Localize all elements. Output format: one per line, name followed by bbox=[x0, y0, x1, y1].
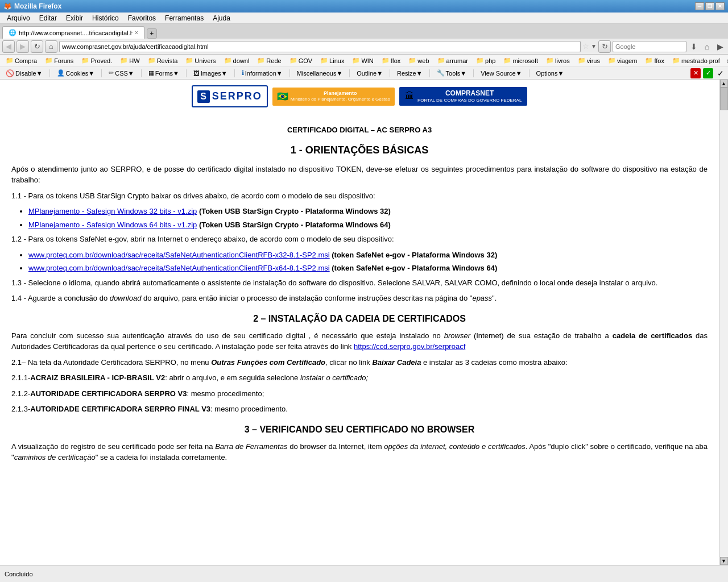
link2[interactable]: MPlanejamento - Safesign Windows 64 bits… bbox=[28, 221, 197, 229]
wd-cookies-button[interactable]: 👤 Cookies▼ bbox=[53, 68, 98, 78]
bookmark-ffox2[interactable]: 📁ffox bbox=[642, 56, 668, 65]
serpro-s-logo: S bbox=[197, 90, 210, 103]
bookmark-revista[interactable]: 📁Revista bbox=[144, 56, 181, 65]
bookmark-mestrado[interactable]: 📁mestrado prof bbox=[669, 56, 723, 65]
p2-intro: Para concluir com sucesso sua autenticaç… bbox=[11, 330, 708, 352]
serpro-name: SERPRO bbox=[212, 89, 262, 104]
menu-arquivo[interactable]: Arquivo bbox=[2, 13, 35, 23]
bookmark-viagem[interactable]: 📁viagem bbox=[605, 56, 640, 65]
p12-text: 1.2 - Para os tokens SafeNet e-gov, abri… bbox=[11, 234, 708, 245]
home-button[interactable]: ⌂ bbox=[45, 40, 57, 53]
wd-tools-button[interactable]: 🔧 Tools▼ bbox=[433, 68, 470, 78]
wd-options-button[interactable]: Options▼ bbox=[533, 69, 568, 78]
link1[interactable]: MPlanejamento - Safesign Windows 32 bits… bbox=[28, 207, 197, 215]
p211-text: 2.1.1-ACRAIZ BRASILEIRA - ICP-BRASIL V2:… bbox=[11, 372, 708, 384]
wd-miscellaneous-button[interactable]: Miscellaneous▼ bbox=[293, 69, 346, 78]
download-icon[interactable]: ⬇ bbox=[688, 41, 700, 52]
search-input[interactable] bbox=[613, 41, 686, 52]
wd-css-button[interactable]: ✏ CSS▼ bbox=[105, 68, 138, 78]
bookmark-win[interactable]: 📁WIN bbox=[349, 56, 377, 65]
wd-resize-button[interactable]: Resize▼ bbox=[394, 69, 426, 78]
scroll-down-button[interactable]: ▼ bbox=[720, 557, 728, 565]
wd-check-button[interactable]: ✓ bbox=[715, 68, 726, 78]
menu-favoritos[interactable]: Favoritos bbox=[123, 13, 160, 23]
planejamento-text: Planejamento Ministério do Planejamento,… bbox=[291, 90, 390, 102]
forward-button[interactable]: ▶ bbox=[16, 40, 29, 53]
cookies-icon: 👤 bbox=[57, 69, 65, 77]
tab-close-button[interactable]: × bbox=[135, 30, 138, 36]
bookmark-linux[interactable]: 📁Linux bbox=[317, 56, 348, 65]
status-bar: Concluído bbox=[0, 565, 728, 582]
menu-ajuda[interactable]: Ajuda bbox=[208, 13, 235, 23]
link4[interactable]: www.proteq.com.br/download/sac/receita/S… bbox=[28, 264, 330, 272]
bookmark-virus[interactable]: 📁virus bbox=[574, 56, 603, 65]
bookmarks-bar: 📁Compra 📁Foruns 📁Proved. 📁HW 📁Revista 📁U… bbox=[0, 55, 728, 67]
window-controls[interactable]: ─ ❐ ✕ bbox=[695, 2, 725, 10]
wd-images-button[interactable]: 🖼 Images▼ bbox=[190, 69, 231, 78]
bookmark-downl[interactable]: 📁downl bbox=[221, 56, 253, 65]
bookmark-arrumar[interactable]: 📁arrumar bbox=[434, 56, 472, 65]
reload-icon[interactable]: ↻ bbox=[598, 40, 611, 53]
bookmark-microsoft[interactable]: 📁microsoft bbox=[500, 56, 541, 65]
p3-intro: A visualização do registro de seu certif… bbox=[11, 441, 708, 463]
star-dropdown[interactable]: ▼ bbox=[591, 43, 597, 49]
link2-desc: (Token USB StarSign Crypto - Plataforma … bbox=[199, 221, 391, 229]
images-icon: 🖼 bbox=[193, 70, 200, 77]
bookmark-livros[interactable]: 📁livros bbox=[543, 56, 573, 65]
link3[interactable]: www.proteq.com.br/download/sac/receita/S… bbox=[28, 251, 330, 259]
p213-text: 2.1.3-AUTORIDADE CERTIFICADORA SERPRO FI… bbox=[11, 404, 708, 415]
bookmark-rede[interactable]: 📁Rede bbox=[254, 56, 284, 65]
wd-viewsource-button[interactable]: View Source▼ bbox=[477, 69, 525, 78]
disable-icon: 🚫 bbox=[6, 69, 14, 77]
browser-tab[interactable]: 🌐 http://www.comprasnet....tificacaodigi… bbox=[2, 26, 144, 39]
information-icon: ℹ bbox=[242, 69, 244, 77]
more-icon[interactable]: ▶ bbox=[714, 41, 726, 52]
new-tab-button[interactable]: + bbox=[147, 28, 157, 39]
scroll-up-button[interactable]: ▲ bbox=[720, 80, 728, 88]
bookmark-compra[interactable]: 📁Compra bbox=[2, 56, 40, 65]
bookmark-star-icon[interactable]: ☆ bbox=[582, 42, 589, 51]
tab-bar: 🌐 http://www.comprasnet....tificacaodigi… bbox=[0, 24, 728, 39]
scroll-track bbox=[719, 88, 729, 557]
restore-button[interactable]: ❐ bbox=[705, 2, 714, 10]
bookmark-gov[interactable]: 📁GOV bbox=[286, 56, 316, 65]
bookmark-foruns[interactable]: 📁Foruns bbox=[42, 56, 77, 65]
section2-title: 2 – INSTALAÇÃO DA CADEIA DE CERTIFICADOS bbox=[11, 312, 708, 326]
bookmark-web[interactable]: 📁web bbox=[405, 56, 432, 65]
link4-desc: (token SafeNet e-gov - Plataforma Window… bbox=[332, 264, 497, 272]
section1-title: 1 - ORIENTAÇÕES BÁSICAS bbox=[11, 143, 708, 158]
wd-ok-button[interactable]: ✓ bbox=[703, 68, 713, 78]
p11-text: 1.1 - Para os tokens USB StarSign Crypto… bbox=[11, 190, 708, 202]
scrollbar[interactable]: ▲ ▼ bbox=[719, 80, 728, 565]
menu-exibir[interactable]: Exibir bbox=[61, 13, 88, 23]
wd-disable-button[interactable]: 🚫 Disable▼ bbox=[2, 68, 46, 78]
link1-desc: (Token USB StarSign Crypto - Plataforma … bbox=[199, 207, 391, 215]
list-item-1: MPlanejamento - Safesign Windows 32 bits… bbox=[28, 206, 708, 217]
wd-outline-button[interactable]: Outline▼ bbox=[353, 69, 386, 78]
bookmark-hw[interactable]: 📁HW bbox=[117, 56, 143, 65]
menu-historico[interactable]: Histórico bbox=[88, 13, 123, 23]
menu-ferramentas[interactable]: Ferramentas bbox=[160, 13, 208, 23]
refresh-button[interactable]: ↻ bbox=[31, 40, 43, 53]
menu-editar[interactable]: Editar bbox=[35, 13, 61, 23]
back-button[interactable]: ◀ bbox=[2, 40, 15, 53]
bookmark-univers[interactable]: 📁Univers bbox=[182, 56, 219, 65]
p2-link[interactable]: https://ccd.serpro.gov.br/serproacf bbox=[354, 342, 465, 351]
tab-favicon: 🌐 bbox=[9, 29, 16, 36]
wd-stop-button[interactable]: ✕ bbox=[690, 68, 701, 78]
bookmark-php[interactable]: 📁php bbox=[473, 56, 499, 65]
address-input[interactable] bbox=[59, 41, 581, 52]
wd-divider-9 bbox=[429, 69, 430, 77]
wd-information-button[interactable]: ℹ Information▼ bbox=[238, 68, 286, 78]
close-button[interactable]: ✕ bbox=[715, 2, 725, 10]
list-item-3: www.proteq.com.br/download/sac/receita/S… bbox=[28, 250, 708, 261]
minimize-button[interactable]: ─ bbox=[695, 2, 704, 10]
toolbar-right-icons: ⬇ ⌂ ▶ bbox=[688, 41, 726, 52]
bookmark-ffox[interactable]: 📁ffox bbox=[378, 56, 404, 65]
home-icon2[interactable]: ⌂ bbox=[701, 41, 713, 52]
webdev-toolbar: 🚫 Disable▼ 👤 Cookies▼ ✏ CSS▼ ▦ Forms▼ 🖼 … bbox=[0, 67, 728, 80]
wd-forms-button[interactable]: ▦ Forms▼ bbox=[145, 68, 183, 78]
p13-text: 1.3 - Selecione o idioma, quando abrirá … bbox=[11, 277, 708, 289]
scroll-thumb[interactable] bbox=[720, 88, 728, 110]
bookmark-proved[interactable]: 📁Proved. bbox=[78, 56, 115, 65]
